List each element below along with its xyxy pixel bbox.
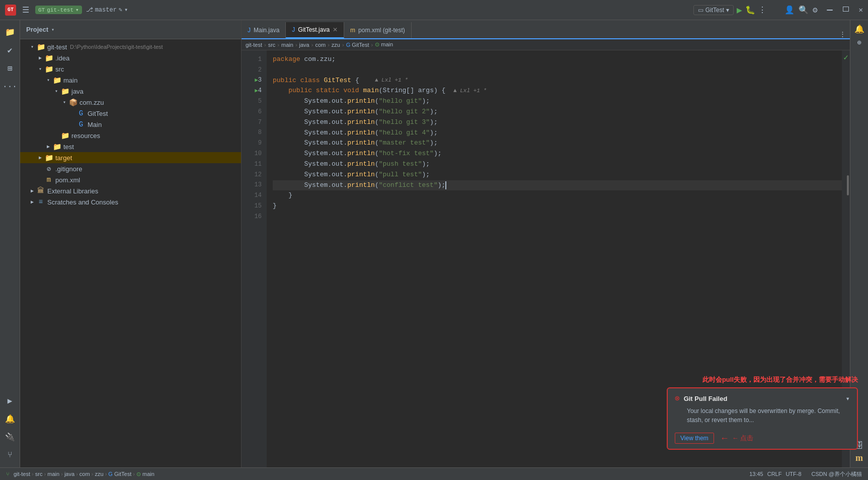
project-badge-icon: GT — [38, 7, 45, 13]
sidebar-run-icon[interactable]: ▶ — [2, 393, 18, 409]
tree-item-src[interactable]: ▾ 📁 src — [20, 63, 241, 75]
tab-close-icon[interactable]: ✕ — [333, 26, 338, 33]
java-icon: J — [292, 26, 295, 33]
status-encoding[interactable]: CRLF — [767, 471, 782, 477]
run-line-3-icon[interactable]: ▶ — [255, 76, 258, 85]
status-format[interactable]: UTF-8 — [785, 471, 801, 477]
gitignore-icon: ⊘ — [44, 164, 53, 173]
breadcrumb-zzu[interactable]: zzu — [332, 42, 340, 48]
settings-icon[interactable]: ⚙ — [813, 5, 818, 15]
line-num-7: 7 — [242, 117, 262, 128]
status-line-col[interactable]: 13:45 — [749, 471, 763, 477]
tab-more-button[interactable]: ⋮ — [835, 30, 850, 38]
tab-main-java[interactable]: J Main.java — [242, 22, 286, 38]
breadcrumb-git-test[interactable]: git-test — [246, 42, 262, 48]
tree-item-ext-libs[interactable]: ▶ 🏛 External Libraries — [20, 185, 241, 196]
status-breadcrumb: git-test › src › main › java › com › zzu… — [14, 471, 154, 477]
tree-item-scratches[interactable]: ▶ ≡ Scratches and Consoles — [20, 196, 241, 208]
tree-label: pom.xml — [55, 176, 80, 184]
code-line-11: System.out.println("push test"); — [273, 159, 842, 170]
sidebar-chevron[interactable]: ▾ — [51, 27, 54, 33]
view-them-button[interactable]: View them — [675, 433, 714, 444]
sidebar-plugins-icon[interactable]: 🔌 — [2, 429, 18, 445]
tree-label: GitTest — [88, 110, 108, 117]
more-options-button[interactable]: ⋮ — [758, 5, 766, 15]
notification-body: Your local changes will be overwritten b… — [668, 406, 857, 430]
run-button[interactable]: ▶ — [737, 5, 742, 16]
minimize-button[interactable] — [827, 10, 833, 11]
arrow-icon: ← — [720, 433, 729, 444]
window-controls: ✕ — [827, 7, 863, 14]
tree-item-Main[interactable]: G Main — [20, 119, 241, 130]
folder-icon: 📁 — [52, 142, 61, 151]
sidebar-structure-icon[interactable]: ⊞ — [2, 60, 18, 77]
code-line-5: System.out.println("hello git"); — [273, 96, 842, 107]
code-line-13: System.out.println("conflict test"); — [273, 180, 842, 191]
breadcrumb-GitTest[interactable]: G GitTest — [346, 42, 369, 48]
run-config-selector[interactable]: ▭ GitTest ▾ — [693, 5, 734, 15]
run-line-4-icon[interactable]: ▶ — [255, 87, 258, 96]
tab-gittest-java[interactable]: J GitTest.java ✕ — [286, 22, 344, 38]
sidebar-notifications-icon[interactable]: 🔔 — [2, 411, 18, 427]
folder-icon: 📁 — [44, 64, 53, 74]
notifications-icon[interactable]: 🔔 — [854, 24, 864, 34]
debug-button[interactable]: 🐛 — [745, 5, 755, 15]
status-git-icon: ⑂ — [6, 471, 10, 477]
tree-item-com-zzu[interactable]: ▾ 📦 com.zzu — [20, 97, 241, 108]
breadcrumb-main-method[interactable]: ⊙ main — [375, 41, 393, 48]
code-line-12: System.out.println("pull test"); — [273, 170, 842, 180]
scroll-indicator[interactable] — [847, 175, 849, 195]
java-class-icon: G — [76, 109, 86, 118]
code-line-10: System.out.println("hot-fix test"); — [273, 149, 842, 159]
maximize-button[interactable] — [843, 7, 849, 12]
code-line-15: } — [273, 201, 842, 212]
line-num-6: 6 — [242, 107, 262, 117]
tree-item-java[interactable]: ▾ 📁 java — [20, 86, 241, 97]
right-maven-icon[interactable]: m — [855, 453, 863, 463]
sidebar-project-icon[interactable]: 📁 — [2, 24, 18, 40]
line-num-15: 15 — [242, 201, 262, 212]
code-line-4: public static void main(String[] args) {… — [273, 86, 842, 96]
sidebar-commit-icon[interactable]: ✔ — [2, 42, 18, 58]
tree-label: test — [63, 143, 74, 151]
tree-item-idea[interactable]: ▶ 📁 .idea — [20, 52, 241, 63]
notification-actions: View them ← ← 点击 — [668, 430, 857, 449]
tree-item-test[interactable]: ▶ 📁 test — [20, 141, 241, 152]
tree-item-gitignore[interactable]: ⊘ .gitignore — [20, 163, 241, 174]
code-line-1: package com.zzu; — [273, 54, 842, 65]
folder-icon: 📁 — [60, 131, 69, 140]
breadcrumb-src[interactable]: src — [268, 42, 276, 48]
tree-item-main[interactable]: ▾ 📁 main — [20, 75, 241, 86]
java-icon: J — [248, 27, 251, 34]
code-line-16 — [273, 212, 842, 222]
sidebar-content: ▾ 📁 git-test D:\Python\IdeaProjects\git-… — [20, 39, 241, 467]
sidebar-git-icon[interactable]: ⑂ — [2, 447, 18, 463]
tree-item-GitTest[interactable]: G GitTest — [20, 108, 241, 119]
breadcrumb-main[interactable]: main — [281, 42, 293, 48]
line-num-5: 5 — [242, 96, 262, 107]
hamburger-menu[interactable]: ☰ — [20, 3, 31, 17]
status-bar: ⑂ git-test › src › main › java › com › z… — [0, 467, 868, 480]
folder-icon: 📁 — [44, 153, 53, 162]
sidebar-more-icon[interactable]: ··· — [2, 79, 18, 95]
tree-item-pom-xml[interactable]: m pom.xml — [20, 174, 241, 185]
right-scroll-icon[interactable]: ⊕ — [857, 38, 861, 47]
code-line-8: System.out.println("hello git 4"); — [273, 128, 842, 139]
folder-icon: 📁 — [52, 76, 61, 85]
notification-expand-icon[interactable]: ▾ — [846, 394, 850, 403]
account-icon[interactable]: 👤 — [784, 5, 795, 15]
search-icon[interactable]: 🔍 — [799, 5, 809, 15]
project-name: git-test — [47, 7, 73, 13]
branch-icon: ⎇ — [86, 6, 93, 14]
breadcrumb-java[interactable]: java — [299, 42, 309, 48]
tree-label: target — [55, 154, 72, 162]
close-button[interactable]: ✕ — [859, 7, 863, 14]
tree-item-target[interactable]: ▶ 📁 target — [20, 152, 241, 163]
project-badge[interactable]: GT git-test ▾ — [35, 6, 82, 14]
tree-item-git-test-root[interactable]: ▾ 📁 git-test D:\Python\IdeaProjects\git-… — [20, 41, 241, 52]
branch-selector[interactable]: ⎇ master ✎ ▾ — [86, 6, 128, 14]
tab-pom-xml[interactable]: m pom.xml (git-test) — [344, 22, 412, 38]
breadcrumb-com[interactable]: com — [315, 42, 326, 48]
sidebar: Project ▾ ▾ 📁 git-test D:\Python\IdeaPro… — [20, 20, 242, 467]
tree-item-resources[interactable]: 📁 resources — [20, 130, 241, 141]
